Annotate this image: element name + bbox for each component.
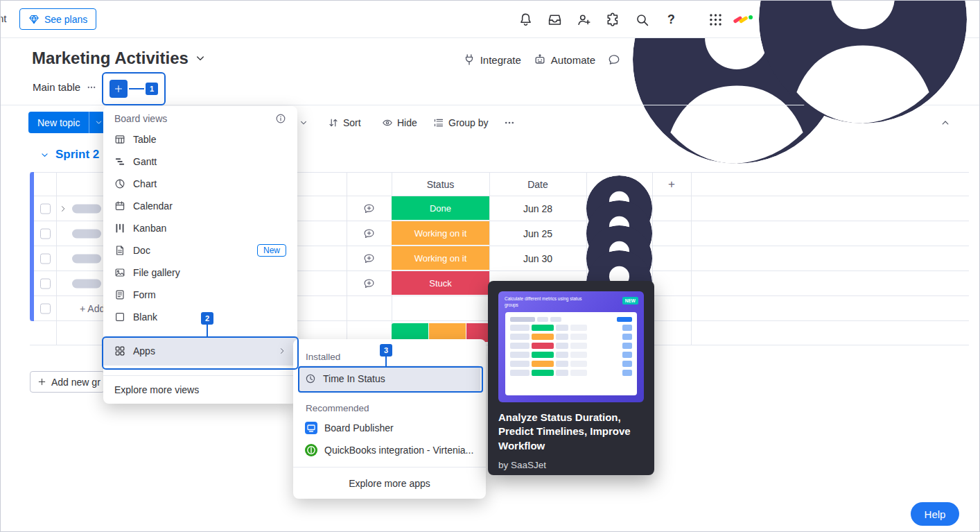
menu-item-kanban[interactable]: Kanban (103, 217, 297, 239)
add-new-group-button[interactable]: Add new gr (30, 371, 105, 393)
recommended-section-label: Recommended (293, 399, 486, 417)
apps-submenu: Installed Time In Status Recommended Boa… (293, 339, 486, 499)
menu-item-board-publisher[interactable]: Board Publisher (293, 417, 486, 439)
sort-icon (328, 117, 339, 128)
group-by-label: Group by (448, 117, 489, 128)
date-cell[interactable]: Jun 25 (489, 221, 586, 246)
monday-logo-icon (733, 12, 753, 26)
update-icon[interactable] (363, 203, 375, 214)
chev-right-icon (278, 347, 286, 355)
collapse-all-button[interactable] (935, 112, 956, 133)
item-name-placeholder[interactable] (72, 204, 101, 213)
chev-down-icon[interactable] (194, 52, 207, 65)
chart-icon (114, 178, 125, 189)
row-checkbox[interactable] (40, 278, 51, 289)
row-checkbox[interactable] (40, 228, 51, 239)
automate-button[interactable]: Automate (534, 53, 595, 66)
new-topic-button[interactable]: New topic (28, 112, 89, 133)
board-views-title: Board views (114, 113, 167, 124)
help-button[interactable]: ? (659, 8, 683, 31)
integrate-button[interactable]: Integrate (463, 53, 521, 66)
apps-item-label: Apps (133, 345, 155, 357)
dots-icon[interactable] (87, 83, 96, 92)
chev-down-icon (94, 118, 103, 127)
update-icon[interactable] (363, 228, 375, 239)
menu-item-table[interactable]: Table (103, 128, 297, 151)
board-title[interactable]: Marketing Activities (32, 49, 207, 68)
search-icon (635, 12, 649, 27)
menu-item-chart[interactable]: Chart (103, 173, 297, 195)
status-cell[interactable]: Working on it (392, 221, 489, 245)
status-cell[interactable]: Done (392, 196, 489, 220)
column-header-date[interactable]: Date (489, 173, 586, 196)
inbox-button[interactable] (543, 8, 566, 31)
filter-dropdown-chevron[interactable] (296, 112, 311, 133)
status-cell[interactable]: Stuck (392, 271, 489, 295)
group-header[interactable]: Sprint 2 (40, 148, 99, 162)
menu-item-label: Chart (133, 178, 157, 189)
info-icon[interactable] (275, 113, 286, 124)
marketplace-button[interactable] (601, 8, 624, 31)
column-header-status[interactable]: Status (392, 173, 489, 196)
explore-more-apps[interactable]: Explore more apps (293, 467, 486, 499)
menu-item-label: Table (133, 134, 156, 145)
item-name-placeholder[interactable] (72, 229, 101, 238)
board-views-items: Table Gantt Chart Calendar Kanban Doc Ne… (103, 128, 297, 328)
toolbar-menu-button[interactable] (501, 112, 518, 133)
item-name-placeholder[interactable] (72, 279, 101, 288)
hide-button[interactable]: Hide (379, 112, 420, 133)
table-icon (114, 134, 125, 145)
group-by-button[interactable]: Group by (430, 112, 491, 133)
help-button[interactable]: Help (911, 502, 959, 526)
add-view-tab-button[interactable] (110, 80, 128, 98)
chev-right-icon[interactable] (59, 205, 67, 213)
update-icon[interactable] (363, 277, 375, 289)
menu-item-label: Board Publisher (324, 422, 394, 434)
menu-item-gantt[interactable]: Gantt (103, 151, 297, 173)
menu-item-blank[interactable]: Blank (103, 306, 297, 328)
invite-member-button[interactable] (572, 8, 595, 31)
status-cell[interactable]: Working on it (392, 246, 489, 270)
apps-grid-button[interactable] (703, 8, 727, 31)
automate-icon (534, 53, 546, 66)
workspace-cut-text: nt (0, 12, 7, 24)
row-checkbox[interactable] (40, 203, 51, 214)
recommended-items: Board Publisher QuickBooks integration -… (293, 417, 486, 461)
global-top-bar: nt See plans ? (1, 1, 979, 38)
menu-item-file-gallery[interactable]: File gallery (103, 261, 297, 284)
menu-item-quickbooks-integration-virtenia[interactable]: QuickBooks integration - Virtenia... (293, 439, 486, 461)
update-icon[interactable] (363, 252, 375, 264)
menu-item-time-in-status[interactable]: Time In Status (299, 366, 480, 392)
help-icon: ? (664, 12, 679, 27)
tab-main-table-label: Main table (33, 81, 80, 93)
file-gallery-icon (114, 267, 125, 278)
date-cell[interactable]: Jun 30 (489, 246, 586, 271)
menu-item-calendar[interactable]: Calendar (103, 195, 297, 217)
dots-icon (504, 117, 515, 128)
menu-item-apps[interactable]: Apps (103, 336, 297, 366)
explore-more-views[interactable]: Explore more views (103, 376, 297, 404)
chev-up-icon (940, 117, 951, 128)
chat-icon (608, 53, 620, 66)
preview-new-badge: NEW (622, 297, 638, 304)
clock-icon (305, 373, 316, 384)
invite-member-icon (577, 12, 591, 27)
board-chat-button[interactable] (608, 53, 620, 66)
item-name-placeholder[interactable] (72, 254, 101, 263)
tab-main-table[interactable]: Main table (33, 81, 96, 93)
menu-item-label: File gallery (133, 267, 180, 278)
bell-button[interactable] (514, 8, 537, 31)
row-checkbox[interactable] (40, 253, 51, 264)
calendar-icon (114, 200, 125, 212)
menu-item-doc[interactable]: Doc New (103, 239, 297, 261)
form-icon (114, 289, 125, 300)
see-plans-button[interactable]: See plans (19, 8, 96, 30)
menu-item-form[interactable]: Form (103, 284, 297, 306)
add-column-button[interactable]: + (652, 173, 691, 196)
kanban-icon (114, 223, 125, 234)
time-in-status-label: Time In Status (323, 373, 385, 384)
search-button[interactable] (630, 8, 654, 31)
chev-down-icon[interactable] (40, 150, 50, 160)
date-cell[interactable]: Jun 28 (489, 196, 586, 221)
sort-button[interactable]: Sort (325, 112, 364, 133)
